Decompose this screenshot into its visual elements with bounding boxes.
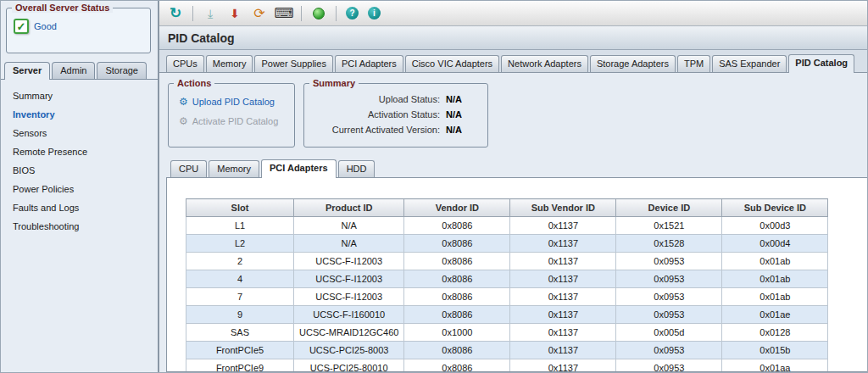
sidebar-tab-server[interactable]: Server bbox=[4, 62, 50, 80]
sidebar-item-remote-presence[interactable]: Remote Presence bbox=[1, 142, 158, 161]
tab-cpus[interactable]: CPUs bbox=[166, 55, 204, 72]
tab-pid-catalog[interactable]: PID Catalog bbox=[788, 54, 854, 73]
tab-pci-adapters[interactable]: PCI Adapters bbox=[335, 55, 403, 72]
table-row[interactable]: L2 N/A 0x8086 0x1137 0x1528 0x00d4 bbox=[186, 235, 828, 253]
table-row[interactable]: 9 UCSC-F-I160010 0x8086 0x1137 0x0953 0x… bbox=[186, 306, 828, 324]
toolbar: ↻ ⤓ ⬇ ⟳ ⌨ ? i bbox=[159, 1, 867, 26]
tab-cisco-vic-adapters[interactable]: Cisco VIC Adapters bbox=[405, 55, 499, 72]
activate-pid-catalog-link[interactable]: ⚙ Activate PID Catalog bbox=[179, 115, 284, 127]
tab-tpm[interactable]: TPM bbox=[677, 55, 710, 72]
upload-icon[interactable]: ⤓ bbox=[203, 6, 218, 21]
upload-pid-catalog-label: Upload PID Catalog bbox=[192, 97, 275, 107]
table-header-row: Slot Product ID Vendor ID Sub Vendor ID … bbox=[186, 199, 828, 217]
cell: 0x0953 bbox=[616, 253, 722, 270]
cell: SAS bbox=[186, 324, 294, 342]
good-check-icon: ✓ bbox=[14, 19, 29, 34]
sidebar-item-sensors[interactable]: Sensors bbox=[1, 124, 158, 142]
sync-icon[interactable]: ⟳ bbox=[252, 6, 267, 21]
tab-memory[interactable]: Memory bbox=[206, 55, 253, 72]
cisco-imc-app: Overall Server Status ✓ Good Server Admi… bbox=[0, 0, 868, 373]
sidebar-tab-admin[interactable]: Admin bbox=[52, 62, 95, 79]
cell: FrontPCIe9 bbox=[186, 359, 294, 373]
cell: 0x1137 bbox=[510, 306, 616, 324]
info-icon[interactable]: i bbox=[368, 7, 381, 19]
cell: 0x1521 bbox=[616, 217, 722, 235]
cell: 0x8086 bbox=[404, 235, 510, 253]
tab-power-supplies[interactable]: Power Supplies bbox=[254, 55, 332, 72]
cell: 0x8086 bbox=[404, 288, 510, 306]
col-device-id[interactable]: Device ID bbox=[616, 199, 722, 217]
cell: 0x8086 bbox=[404, 342, 510, 359]
table-row[interactable]: 2 UCSC-F-I12003 0x8086 0x1137 0x0953 0x0… bbox=[186, 253, 828, 270]
cell: L2 bbox=[186, 235, 294, 253]
cell: UCSC-PCI25-8003 bbox=[294, 342, 404, 359]
pci-adapters-table: Slot Product ID Vendor ID Sub Vendor ID … bbox=[186, 198, 828, 372]
cell: UCSC-F-I12003 bbox=[294, 270, 404, 288]
sidebar-item-troubleshooting[interactable]: Troubleshooting bbox=[1, 217, 158, 236]
power-status-icon[interactable] bbox=[311, 6, 326, 21]
keyboard-icon[interactable]: ⌨ bbox=[276, 6, 292, 21]
table-row[interactable]: FrontPCIe9 UCS-PCI25-80010 0x8086 0x1137… bbox=[186, 359, 828, 373]
page-title: PID Catalog bbox=[168, 31, 235, 45]
cell: 0x005d bbox=[616, 324, 722, 342]
activate-pid-catalog-label: Activate PID Catalog bbox=[192, 116, 279, 126]
cell: 0x1137 bbox=[510, 359, 616, 373]
cell: FrontPCIe5 bbox=[186, 342, 294, 359]
sidebar-item-power-policies[interactable]: Power Policies bbox=[1, 180, 158, 198]
cell: 0x0953 bbox=[616, 359, 722, 373]
page-title-bar: PID Catalog bbox=[159, 26, 867, 50]
cell: 4 bbox=[186, 270, 294, 288]
sidebar-tab-storage[interactable]: Storage bbox=[97, 62, 147, 79]
tab-sas-expander[interactable]: SAS Expander bbox=[712, 55, 787, 72]
col-sub-device-id[interactable]: Sub Device ID bbox=[722, 199, 828, 217]
cell: 0x1137 bbox=[510, 342, 616, 359]
status-box-legend: Overall Server Status bbox=[12, 3, 113, 13]
cell: 0x8086 bbox=[404, 270, 510, 288]
refresh-icon[interactable]: ↻ bbox=[168, 6, 183, 21]
activation-status-label: Activation Status: bbox=[314, 109, 440, 120]
toolbar-separator bbox=[336, 6, 337, 21]
help-icon[interactable]: ? bbox=[346, 7, 359, 19]
cell: UCSC-F-I160010 bbox=[294, 306, 404, 324]
col-sub-vendor-id[interactable]: Sub Vendor ID bbox=[510, 199, 616, 217]
sidebar-item-faults-and-logs[interactable]: Faults and Logs bbox=[1, 198, 158, 217]
cell: 0x1137 bbox=[510, 324, 616, 342]
cell: 0x1137 bbox=[510, 270, 616, 288]
sidebar-item-inventory[interactable]: Inventory bbox=[1, 105, 158, 124]
upload-status-label: Upload Status: bbox=[314, 94, 440, 104]
sidebar-item-bios[interactable]: BIOS bbox=[1, 161, 158, 180]
cell: 0x0953 bbox=[616, 342, 722, 359]
cell: 0x0128 bbox=[722, 324, 828, 342]
current-activated-version-value: N/A bbox=[446, 125, 462, 135]
server-status-value: Good bbox=[34, 21, 57, 31]
col-product-id[interactable]: Product ID bbox=[294, 199, 404, 217]
table-row[interactable]: SAS UCSC-MRAID12GC460 0x1000 0x1137 0x00… bbox=[186, 324, 828, 342]
sidebar-item-summary[interactable]: Summary bbox=[1, 86, 158, 105]
subtab-hdd[interactable]: HDD bbox=[338, 160, 376, 177]
tab-storage-adapters[interactable]: Storage Adapters bbox=[590, 55, 676, 72]
subtab-pci-adapters[interactable]: PCI Adapters bbox=[261, 159, 337, 178]
table-row[interactable]: L1 N/A 0x8086 0x1137 0x1521 0x00d3 bbox=[186, 217, 828, 235]
current-activated-version-label: Current Activated Version: bbox=[314, 125, 440, 135]
cell: 0x1137 bbox=[510, 217, 616, 235]
cell: 2 bbox=[186, 253, 294, 270]
summary-row: Upload Status: N/A bbox=[314, 94, 477, 104]
sidebar-menu: Summary Inventory Sensors Remote Presenc… bbox=[1, 80, 158, 242]
col-slot[interactable]: Slot bbox=[186, 199, 294, 217]
subtab-memory[interactable]: Memory bbox=[209, 160, 259, 177]
col-vendor-id[interactable]: Vendor ID bbox=[404, 199, 510, 217]
toolbar-separator bbox=[192, 6, 193, 21]
cell: 0x01ab bbox=[722, 288, 828, 306]
cell: UCS-PCI25-80010 bbox=[294, 359, 404, 373]
upload-pid-catalog-link[interactable]: ⚙ Upload PID Catalog bbox=[179, 96, 284, 108]
tab-network-adapters[interactable]: Network Adapters bbox=[501, 55, 588, 72]
table-row[interactable]: 4 UCSC-F-I12003 0x8086 0x1137 0x0953 0x0… bbox=[186, 270, 828, 288]
download-icon[interactable]: ⬇ bbox=[227, 6, 242, 21]
table-row[interactable]: FrontPCIe5 UCSC-PCI25-8003 0x8086 0x1137… bbox=[186, 342, 828, 359]
activation-status-value: N/A bbox=[446, 109, 462, 120]
gear-icon: ⚙ bbox=[179, 96, 188, 108]
gear-icon: ⚙ bbox=[179, 115, 188, 127]
subtab-cpu[interactable]: CPU bbox=[170, 160, 207, 177]
cell: UCSC-F-I12003 bbox=[294, 288, 404, 306]
table-row[interactable]: 7 UCSC-F-I12003 0x8086 0x1137 0x0953 0x0… bbox=[186, 288, 828, 306]
